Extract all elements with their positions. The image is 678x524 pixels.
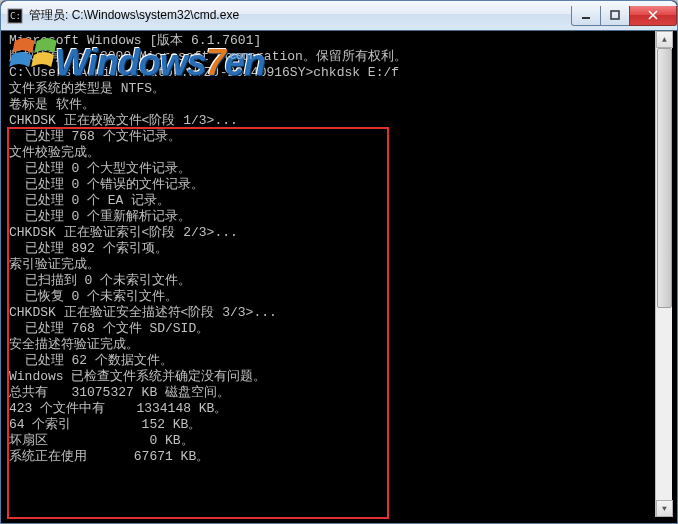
console-line: 已处理 62 个数据文件。 [9, 353, 655, 369]
console-line: 索引验证完成。 [9, 257, 655, 273]
svg-text:C:: C: [10, 11, 21, 21]
scroll-up-button[interactable]: ▲ [656, 31, 673, 48]
close-button[interactable] [629, 6, 677, 26]
console-line: CHKDSK 正在验证索引<阶段 2/3>... [9, 225, 655, 241]
console-line: 64 个索引 152 KB。 [9, 417, 655, 433]
cmd-icon: C: [7, 8, 23, 24]
console-line: 已处理 768 个文件 SD/SID。 [9, 321, 655, 337]
console-line: 坏扇区 0 KB。 [9, 433, 655, 449]
console-line: 已处理 892 个索引项。 [9, 241, 655, 257]
console-line: 总共有 31075327 KB 磁盘空间。 [9, 385, 655, 401]
svg-rect-2 [582, 17, 590, 19]
console-line: 系统正在使用 67671 KB。 [9, 449, 655, 465]
window-title: 管理员: C:\Windows\system32\cmd.exe [29, 7, 572, 24]
maximize-button[interactable] [600, 6, 630, 26]
window-buttons [572, 6, 677, 26]
scroll-down-button[interactable]: ▼ [656, 500, 673, 517]
console-line: 已处理 0 个 EA 记录。 [9, 193, 655, 209]
console-line: CHKDSK 正在验证安全描述符<阶段 3/3>... [9, 305, 655, 321]
console-line: 已处理 0 个错误的文件记录。 [9, 177, 655, 193]
console-output[interactable]: Microsoft Windows [版本 6.1.7601]版权所有 <c> … [7, 31, 655, 517]
console-line: 文件校验完成。 [9, 145, 655, 161]
console-line: 卷标是 软件。 [9, 97, 655, 113]
svg-rect-3 [611, 11, 619, 19]
console-line: 已扫描到 0 个未索引文件。 [9, 273, 655, 289]
console-line: 423 个文件中有 1334148 KB。 [9, 401, 655, 417]
cmd-window: C: 管理员: C:\Windows\system32\cmd.exe Micr… [0, 0, 678, 524]
console-line: 已处理 0 个大型文件记录。 [9, 161, 655, 177]
console-line: CHKDSK 正在校验文件<阶段 1/3>... [9, 113, 655, 129]
console-line: Windows 已检查文件系统并确定没有问题。 [9, 369, 655, 385]
console-line: 安全描述符验证完成。 [9, 337, 655, 353]
console-line: Microsoft Windows [版本 6.1.7601] [9, 33, 655, 49]
console-line: 已处理 768 个文件记录。 [9, 129, 655, 145]
titlebar[interactable]: C: 管理员: C:\Windows\system32\cmd.exe [1, 1, 677, 31]
console-line: C:\Users\Administrator.W7ZJ-20140916SY>c… [9, 65, 655, 81]
console-line: 文件系统的类型是 NTFS。 [9, 81, 655, 97]
minimize-button[interactable] [571, 6, 601, 26]
console-line: 版权所有 <c> 2009 Microsoft Corporation。保留所有… [9, 49, 655, 65]
console-line: 已恢复 0 个未索引文件。 [9, 289, 655, 305]
console-line: 已处理 0 个重新解析记录。 [9, 209, 655, 225]
scroll-thumb[interactable] [657, 48, 672, 308]
vertical-scrollbar[interactable]: ▲ ▼ [655, 31, 672, 517]
